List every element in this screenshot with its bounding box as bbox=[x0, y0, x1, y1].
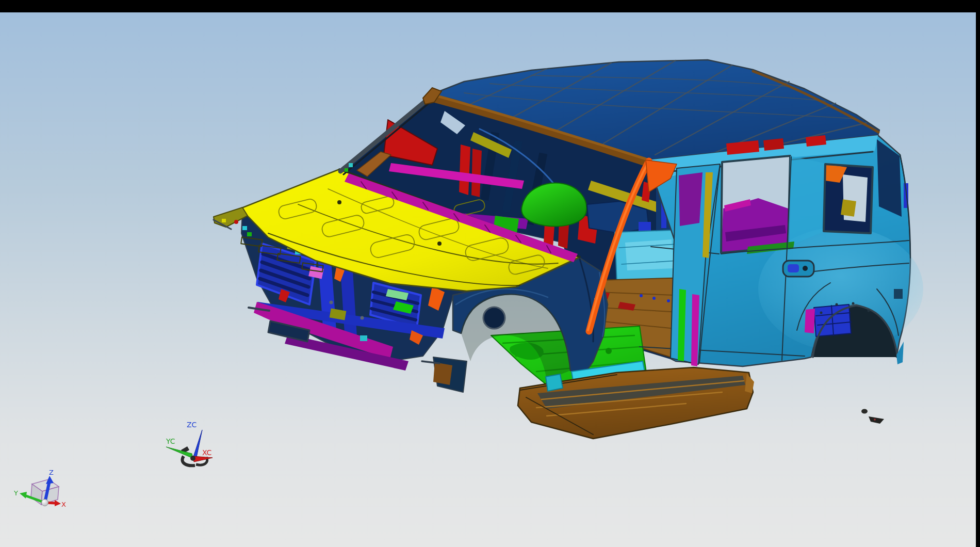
view-x-label[interactable]: X bbox=[61, 501, 66, 508]
view-y-label[interactable]: Y bbox=[13, 489, 18, 497]
wcs-x-label[interactable]: XC bbox=[202, 448, 212, 457]
door-handle-pocket[interactable] bbox=[783, 261, 814, 277]
graphics-window[interactable]: ZC YC XC Z Y X bbox=[0, 0, 980, 547]
letterbox-right bbox=[976, 0, 980, 547]
quarter-window[interactable] bbox=[824, 164, 873, 233]
wcs-y-label[interactable]: YC bbox=[166, 437, 175, 445]
wcs-z-label[interactable]: ZC bbox=[187, 421, 197, 429]
letterbox-top bbox=[0, 0, 980, 12]
rear-door-window[interactable] bbox=[721, 156, 790, 253]
view-z-label[interactable]: Z bbox=[49, 469, 54, 476]
cad-viewport[interactable]: ZC YC XC Z Y X bbox=[0, 0, 980, 547]
